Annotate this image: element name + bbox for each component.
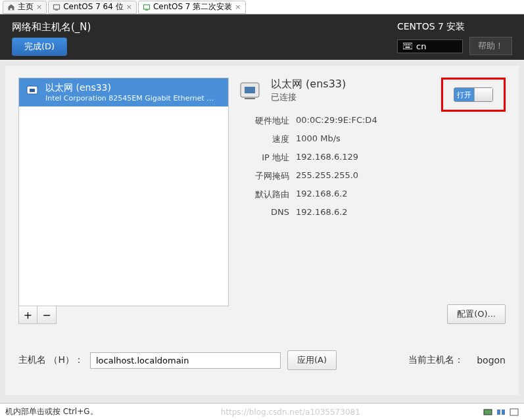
device-subtitle: Intel Corporation 82545EM Gigabit Ethern…	[45, 94, 216, 103]
gateway-value: 192.168.6.2	[296, 189, 506, 200]
vm-tab-bar: 主页 × CentOS 7 64 位 × CentOS 7 第二次安装 ×	[0, 0, 524, 14]
done-button[interactable]: 完成(D)	[12, 37, 67, 56]
hw-label: 硬件地址	[237, 115, 289, 127]
installer-header: 网络和主机名(_N) 完成(D) CENTOS 7 安装 cn 帮助！	[0, 14, 524, 60]
svg-rect-15	[497, 409, 500, 415]
svg-rect-13	[245, 87, 255, 93]
speed-value: 1000 Mb/s	[296, 133, 506, 145]
svg-rect-3	[145, 9, 149, 10]
home-icon	[7, 3, 15, 11]
ip-value: 192.168.6.129	[296, 152, 506, 164]
current-hostname-label: 当前主机名：	[408, 354, 464, 366]
tab-label: CentOS 7 64 位	[63, 1, 123, 12]
svg-rect-11	[30, 89, 35, 92]
tab-label: 主页	[18, 1, 34, 12]
add-device-button[interactable]: +	[19, 306, 37, 323]
svg-rect-17	[510, 409, 518, 415]
ethernet-large-icon	[237, 78, 263, 106]
netmask-label: 子网掩码	[237, 170, 289, 182]
watermark-text: https://blog.csdn.net/a1035573081	[221, 408, 360, 417]
svg-rect-9	[406, 47, 410, 48]
vm-icon	[143, 3, 151, 11]
hostname-input[interactable]	[90, 352, 281, 369]
tab-label: CentOS 7 第二次安装	[153, 1, 232, 12]
vm-status-bar: 机内部单击或按 Ctrl+G。 https://blog.csdn.net/a1…	[0, 403, 524, 420]
svg-rect-0	[54, 5, 60, 9]
svg-rect-1	[55, 9, 59, 10]
dns-label: DNS	[237, 207, 289, 217]
svg-rect-14	[484, 409, 492, 415]
keyboard-icon	[403, 43, 412, 49]
tab-home[interactable]: 主页 ×	[3, 1, 47, 14]
status-tray	[483, 408, 519, 416]
close-icon[interactable]: ×	[235, 3, 241, 11]
svg-rect-6	[406, 44, 407, 45]
speed-label: 速度	[237, 133, 289, 145]
hw-value: 00:0C:29:9E:FC:D4	[296, 115, 506, 127]
sound-tray-icon	[510, 408, 519, 416]
status-hint: 机内部单击或按 Ctrl+G。	[5, 406, 98, 417]
network-tray-icon	[496, 408, 506, 416]
device-list-item[interactable]: 以太网 (ens33) Intel Corporation 82545EM Gi…	[19, 78, 228, 106]
content-area: 以太网 (ens33) Intel Corporation 82545EM Gi…	[5, 66, 519, 395]
ip-label: IP 地址	[237, 152, 289, 164]
svg-rect-5	[404, 44, 406, 45]
network-toggle[interactable]: 打开	[454, 87, 493, 102]
apply-hostname-button[interactable]: 应用(A)	[287, 350, 337, 370]
disk-tray-icon	[483, 408, 492, 416]
keyboard-layout: cn	[416, 41, 426, 51]
svg-rect-7	[408, 44, 409, 45]
remove-device-button[interactable]: −	[37, 306, 56, 323]
tab-centos7-64[interactable]: CentOS 7 64 位 ×	[48, 1, 137, 14]
help-button[interactable]: 帮助！	[469, 37, 512, 55]
netmask-value: 255.255.255.0	[296, 170, 506, 182]
close-icon[interactable]: ×	[36, 3, 42, 11]
detail-title: 以太网 (ens33)	[271, 78, 346, 91]
device-list-panel: 以太网 (ens33) Intel Corporation 82545EM Gi…	[18, 78, 229, 324]
vm-icon	[53, 3, 60, 11]
hostname-label: 主机名 （H）：	[18, 354, 83, 366]
device-name: 以太网 (ens33)	[45, 82, 216, 94]
install-title: CENTOS 7 安装	[397, 21, 512, 33]
svg-rect-4	[403, 43, 412, 49]
device-list: 以太网 (ens33) Intel Corporation 82545EM Gi…	[18, 78, 229, 306]
svg-rect-8	[410, 44, 411, 45]
ethernet-icon	[24, 82, 40, 100]
close-icon[interactable]: ×	[126, 3, 132, 11]
toggle-on-label: 打开	[454, 88, 474, 101]
detail-status: 已连接	[271, 91, 346, 103]
svg-rect-16	[502, 409, 505, 415]
tab-centos7-second[interactable]: CentOS 7 第二次安装 ×	[138, 1, 246, 14]
svg-rect-2	[143, 5, 149, 9]
highlight-annotation: 打开	[441, 78, 506, 112]
hostname-row: 主机名 （H）： 应用(A) 当前主机名： bogon	[18, 350, 506, 370]
toggle-knob	[474, 88, 492, 101]
page-title: 网络和主机名(_N)	[12, 21, 91, 34]
gateway-label: 默认路由	[237, 189, 289, 200]
current-hostname-value: bogon	[477, 355, 506, 365]
keyboard-indicator[interactable]: cn	[397, 39, 463, 53]
dns-value: 192.168.6.2	[296, 207, 506, 217]
device-details: 以太网 (ens33) 已连接 硬件地址 00:0C:29:9E:FC:D4 速…	[237, 78, 506, 324]
configure-button[interactable]: 配置(O)...	[447, 304, 506, 324]
